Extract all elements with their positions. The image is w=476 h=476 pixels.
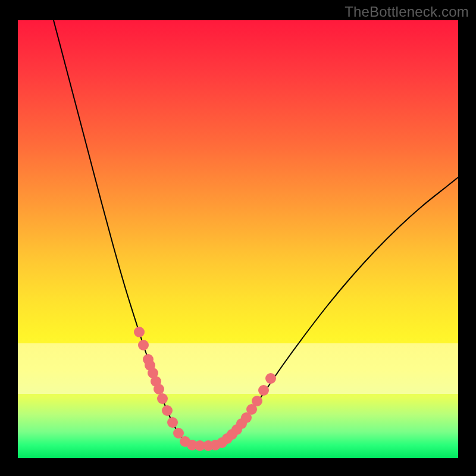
data-marker [134,327,145,337]
data-marker [157,393,168,404]
data-marker [258,385,269,396]
data-markers [134,327,276,451]
data-marker [138,340,149,350]
bottleneck-curve [54,20,458,446]
data-marker [265,373,276,384]
curve-layer [18,20,458,458]
data-marker [167,417,178,428]
bottleneck-curve-path [54,20,458,446]
data-marker [162,405,173,416]
data-marker [173,428,184,439]
data-marker [252,396,262,406]
data-marker [154,384,164,394]
chart-frame: TheBottleneck.com [0,0,476,476]
watermark-text: TheBottleneck.com [345,4,469,20]
